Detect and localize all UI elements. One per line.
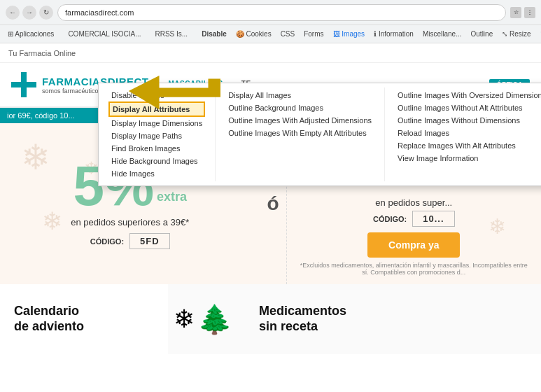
menu-outline-background-images[interactable]: Outline Background Images — [225, 102, 374, 114]
menu-outline-without-dim[interactable]: Outline Images Without Dimensions — [395, 114, 541, 127]
cross-vertical — [21, 72, 27, 97]
menu-outline-without-alt[interactable]: Outline Images Without Alt Attributes — [395, 102, 541, 114]
menu-outline-oversized[interactable]: Outline Images With Oversized Dimensions — [395, 89, 541, 102]
snowflake-advent-icon: ❄ — [174, 304, 195, 334]
advent-icons: ❄ 🌲 — [168, 284, 238, 354]
menu-display-image-dimensions[interactable]: Display Image Dimensions — [108, 117, 205, 130]
codigo-value-right: 10... — [412, 211, 454, 227]
menu-reload-images[interactable]: Reload Images — [395, 127, 541, 139]
buy-button[interactable]: Compra ya — [367, 232, 460, 258]
toolbar-tools[interactable]: 🔧 Tools — [537, 29, 541, 39]
forward-button[interactable]: → — [22, 6, 36, 20]
codigo-row-left: CÓDIGO: 5FD — [90, 233, 170, 249]
hero-right-desc: en pedidos super... — [375, 197, 452, 208]
menu-replace-with-alt[interactable]: Replace Images With Alt Attributes — [395, 139, 541, 152]
menu-outline-adjusted[interactable]: Outline Images With Adjusted Dimensions — [225, 114, 374, 127]
dropdown-col-3: Outline Images With Oversized Dimensions… — [384, 88, 541, 181]
bottom-section: Calendariode adviento ❄ 🌲 Medicamentossi… — [0, 284, 541, 354]
toolbar-information[interactable]: ℹ Information — [370, 29, 417, 39]
toolbar-comercial[interactable]: COMERCIAL ISOCIA... — [64, 29, 144, 39]
codigo-label-left: CÓDIGO: — [90, 237, 124, 246]
toolbar-apps[interactable]: ⊞ Aplicaciones — [4, 29, 57, 39]
bottom-right: Medicamentossin receta — [238, 284, 541, 354]
nav-buttons[interactable]: ← → ↻ — [6, 6, 53, 20]
promo-text: ior 69€, código 10... — [7, 111, 75, 120]
menu-icon[interactable]: ⋮ — [524, 7, 535, 18]
toolbar-images[interactable]: 🖼 Images — [330, 29, 369, 39]
menu-outline-empty-alt[interactable]: Outline Images With Empty Alt Attributes — [225, 127, 374, 139]
menu-display-all-images[interactable]: Display All Images — [225, 89, 374, 102]
dropdown-menu: Disable Images Display All Attributes Di… — [98, 83, 541, 186]
menu-hide-images[interactable]: Hide Images — [108, 167, 205, 180]
menu-display-all-attributes[interactable]: Display All Attributes — [108, 102, 205, 117]
toolbar-outline[interactable]: Outline — [468, 29, 497, 39]
o-symbol: ó — [267, 192, 279, 215]
bottom-left-title: Calendariode adviento — [14, 304, 154, 334]
menu-hide-background-images[interactable]: Hide Background Images — [108, 155, 205, 167]
toolbar-misc[interactable]: Miscellane... — [419, 29, 465, 39]
toolbar-cookies[interactable]: 🍪 Cookies — [232, 29, 275, 39]
star-icon[interactable]: ☆ — [510, 7, 521, 18]
toolbar-resize[interactable]: ⤡ Resize — [498, 29, 534, 39]
toolbar-forms[interactable]: Forms — [300, 29, 327, 39]
address-bar[interactable]: farmaciasdirect.com — [57, 4, 506, 21]
logo-cross-icon — [11, 72, 36, 97]
hero-desc: en pedidos superiores a 39€* — [71, 217, 189, 227]
menu-find-broken-images[interactable]: Find Broken Images — [108, 142, 205, 155]
toolbar-disable[interactable]: Disable — [198, 29, 230, 39]
bottom-left: Calendariode adviento — [0, 284, 168, 354]
toolbar-row: ⊞ Aplicaciones COMERCIAL ISOCIA... RRSS … — [0, 25, 541, 43]
menu-display-image-paths[interactable]: Display Image Paths — [108, 130, 205, 142]
browser-chrome: ← → ↻ farmaciasdirect.com ☆ ⋮ — [0, 0, 541, 25]
page-content: Tu Farmacia Online FARMACIASDIRECT somos… — [0, 43, 541, 354]
codigo-row-right: CÓDIGO: 10... — [373, 211, 455, 227]
dropdown-col-1: Disable Images Display All Attributes Di… — [99, 88, 215, 181]
menu-view-image-info[interactable]: View Image Information — [395, 152, 541, 164]
url-text: farmaciasdirect.com — [65, 8, 134, 17]
toolbar-rrss[interactable]: RRSS Is... — [151, 29, 191, 39]
bottom-right-title: Medicamentossin receta — [259, 304, 346, 334]
site-topbar: Tu Farmacia Online — [0, 43, 541, 63]
menu-disable-images[interactable]: Disable Images — [108, 89, 205, 102]
dropdown-col-2: Display All Images Outline Background Im… — [215, 88, 384, 181]
hero-extra: extra — [157, 190, 187, 204]
browser-icons: ☆ ⋮ — [510, 7, 535, 18]
refresh-button[interactable]: ↻ — [39, 6, 53, 20]
tree-icon: 🌲 — [197, 303, 232, 336]
back-button[interactable]: ← — [6, 6, 20, 20]
site-topline: Tu Farmacia Online — [8, 49, 76, 57]
toolbar-css[interactable]: CSS — [277, 29, 299, 39]
disclaimer-text: *Excluidos medicamentos, alimentación in… — [298, 262, 530, 276]
codigo-label-right: CÓDIGO: — [373, 215, 407, 223]
codigo-value-left: 5FD — [129, 233, 170, 249]
